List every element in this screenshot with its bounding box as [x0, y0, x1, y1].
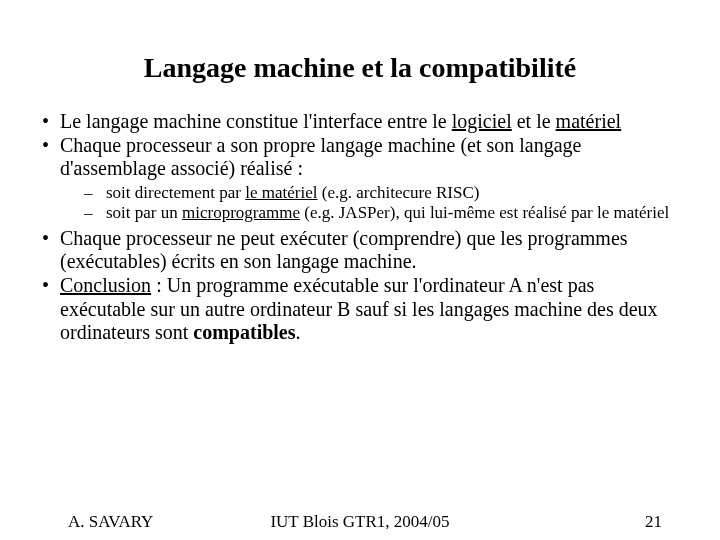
sub-list: soit directement par le matériel (e.g. a… [60, 183, 678, 223]
text: Le langage machine constitue l'interface… [60, 110, 452, 132]
text: Chaque processeur a son propre langage m… [60, 134, 581, 180]
list-item: Chaque processeur ne peut exécuter (comp… [42, 227, 678, 274]
footer-page-number: 21 [645, 512, 662, 532]
slide-title: Langage machine et la compatibilité [42, 52, 678, 84]
text: . [296, 321, 301, 343]
footer-institution: IUT Blois GTR1, 2004/05 [0, 512, 720, 532]
list-item: Chaque processeur a son propre langage m… [42, 134, 678, 223]
bullet-list: Le langage machine constitue l'interface… [42, 110, 678, 345]
text: (e.g. JASPer), qui lui-même est réalisé … [300, 203, 669, 222]
underline-text: microprogramme [182, 203, 300, 222]
text: soit directement par [106, 183, 245, 202]
text: Chaque processeur ne peut exécuter (comp… [60, 227, 628, 273]
bold-text: compatibles [193, 321, 295, 343]
underline-text: logiciel [452, 110, 512, 132]
text: et le [512, 110, 556, 132]
underline-text: Conclusion [60, 274, 151, 296]
underline-text: matériel [556, 110, 622, 132]
list-item: Conclusion : Un programme exécutable sur… [42, 274, 678, 345]
slide: Langage machine et la compatibilité Le l… [0, 0, 720, 540]
text: (e.g. architecure RISC) [317, 183, 479, 202]
list-item: Le langage machine constitue l'interface… [42, 110, 678, 134]
text: soit par un [106, 203, 182, 222]
list-item: soit directement par le matériel (e.g. a… [84, 183, 678, 203]
underline-text: le matériel [245, 183, 317, 202]
list-item: soit par un microprogramme (e.g. JASPer)… [84, 203, 678, 223]
